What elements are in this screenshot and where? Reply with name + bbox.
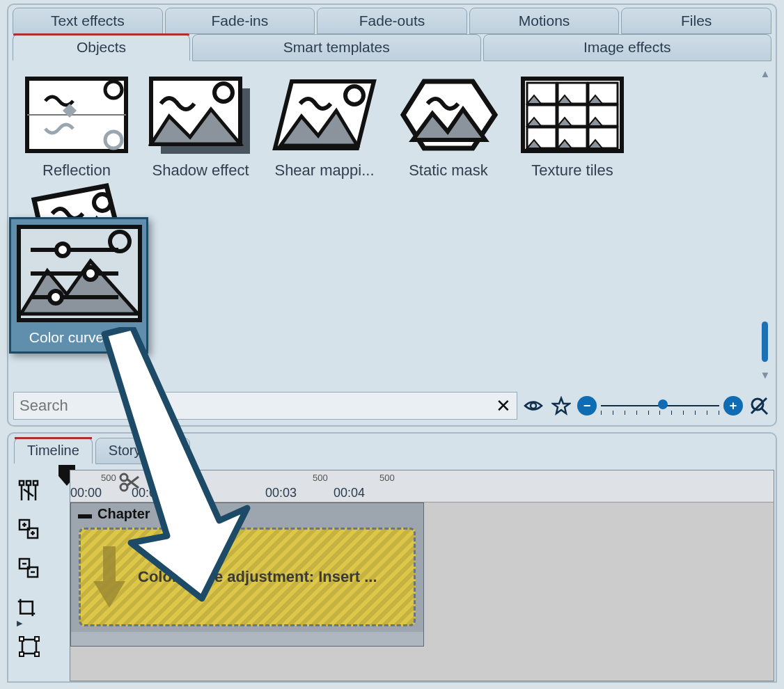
tool-arrange-icon[interactable] [17, 478, 42, 503]
ruler-minor: 500 [101, 473, 116, 483]
tab-motions[interactable]: Motions [469, 8, 620, 34]
tab-smart-templates[interactable]: Smart templates [192, 34, 481, 61]
ruler-label: 00:04 [334, 486, 365, 500]
color-curve-icon [17, 225, 142, 322]
effect-texture-tiles[interactable]: Texture tiles [517, 71, 628, 182]
static-mask-icon [396, 74, 501, 157]
effects-scrollbar[interactable]: ▲ ▼ [760, 68, 770, 381]
clear-icon[interactable]: ✕ [496, 395, 511, 417]
svg-rect-46 [35, 637, 39, 641]
search-field[interactable]: ✕ [13, 392, 517, 420]
texture-tiles-icon [520, 74, 625, 157]
effect-label: Shadow effect [148, 157, 253, 180]
bottom-tab-row: Timeline Storyboard [8, 438, 776, 464]
panel-toolbar: ✕ − + [13, 390, 771, 421]
zoom-slider-handle[interactable] [658, 399, 668, 409]
chapter-header[interactable]: ▬ Chapter [78, 506, 416, 522]
shadow-icon [148, 74, 253, 157]
tool-remove-group-icon[interactable] [17, 556, 42, 581]
effect-label: Texture tiles [519, 157, 625, 180]
scroll-down-icon[interactable]: ▼ [760, 369, 771, 381]
effect-label: Reflection [24, 157, 130, 180]
ruler-label: 00:03 [265, 486, 297, 500]
tool-transform-icon[interactable] [17, 634, 42, 659]
effects-panel: Text effects Fade-ins Fade-outs Motions … [7, 3, 777, 427]
scroll-up-icon[interactable]: ▲ [760, 68, 771, 79]
svg-rect-29 [33, 481, 38, 485]
svg-rect-28 [26, 481, 31, 485]
chapter-title: Chapter [97, 506, 150, 522]
favorite-icon[interactable] [549, 394, 573, 418]
dragged-effect-item[interactable]: Color curve a... [9, 217, 148, 354]
zoom-fit-icon[interactable] [747, 394, 771, 418]
tab-storyboard[interactable]: Storyboard [95, 438, 190, 464]
svg-point-60 [49, 291, 62, 303]
effect-shadow[interactable]: Shadow effect [145, 71, 256, 182]
tab-row-second: Objects Smart templates Image effects [8, 34, 776, 61]
svg-rect-27 [19, 481, 24, 485]
svg-point-23 [531, 403, 536, 409]
tab-fade-ins[interactable]: Fade-ins [165, 8, 315, 34]
scrollbar-thumb[interactable] [762, 322, 768, 362]
drop-message: Color curve adjustment: Insert ... [138, 568, 377, 586]
svg-rect-48 [35, 652, 39, 656]
svg-rect-47 [19, 652, 24, 656]
ruler-minor: 500 [379, 473, 395, 483]
reflection-icon [24, 74, 129, 157]
svg-point-58 [84, 267, 97, 280]
timeline-ruler[interactable]: 500 00:00 00:01 500 00:03 500 00:04 500 [70, 470, 774, 502]
tab-row-top: Text effects Fade-ins Fade-outs Motions … [8, 5, 776, 34]
insert-arrow-icon [91, 542, 128, 612]
tool-add-group-icon[interactable] [17, 517, 42, 542]
shear-icon [272, 74, 377, 157]
ruler-label: 00:00 [70, 486, 102, 500]
zoom-out-button[interactable]: − [577, 396, 597, 415]
tab-files[interactable]: Files [621, 8, 771, 34]
effect-reflection[interactable]: Reflection [21, 71, 132, 182]
collapse-icon[interactable]: ▬ [78, 506, 92, 522]
tab-timeline[interactable]: Timeline [14, 438, 93, 464]
search-input[interactable] [19, 397, 496, 415]
tab-objects[interactable]: Objects [13, 34, 190, 61]
chapter-block[interactable]: ▬ Chapter Color curve adjustment: Insert… [70, 502, 424, 647]
preview-icon[interactable] [522, 394, 545, 418]
tab-fade-outs[interactable]: Fade-outs [317, 8, 467, 34]
timeline-track-area[interactable]: 500 00:00 00:01 500 00:03 500 00:04 500 … [70, 470, 774, 681]
svg-rect-45 [19, 637, 24, 641]
drop-zone[interactable]: Color curve adjustment: Insert ... [79, 528, 416, 626]
timeline-tools: ▶ [10, 470, 49, 681]
timeline-panel: Timeline Storyboard ▶ [7, 432, 777, 683]
timeline-body: ▶ 500 00:00 00:01 500 [10, 470, 774, 681]
effect-label: Static mask [395, 157, 501, 180]
effect-static-mask[interactable]: Static mask [393, 71, 504, 182]
zoom-slider[interactable] [601, 394, 719, 418]
chapter-footer [71, 632, 423, 646]
ruler-label: 00:01 [132, 486, 163, 500]
zoom-in-button[interactable]: + [723, 396, 743, 415]
svg-point-56 [56, 244, 69, 256]
effect-label: Shear mappi... [272, 157, 377, 180]
ruler-minor: 500 [313, 473, 328, 483]
tool-crop-icon[interactable]: ▶ [17, 595, 42, 620]
dragged-label: Color curve a... [17, 322, 141, 346]
tab-text-effects[interactable]: Text effects [13, 8, 163, 34]
effect-shear[interactable]: Shear mappi... [269, 71, 380, 182]
tab-image-effects[interactable]: Image effects [483, 34, 772, 61]
ruler-minor: 500 [178, 473, 194, 483]
svg-line-25 [762, 409, 767, 414]
